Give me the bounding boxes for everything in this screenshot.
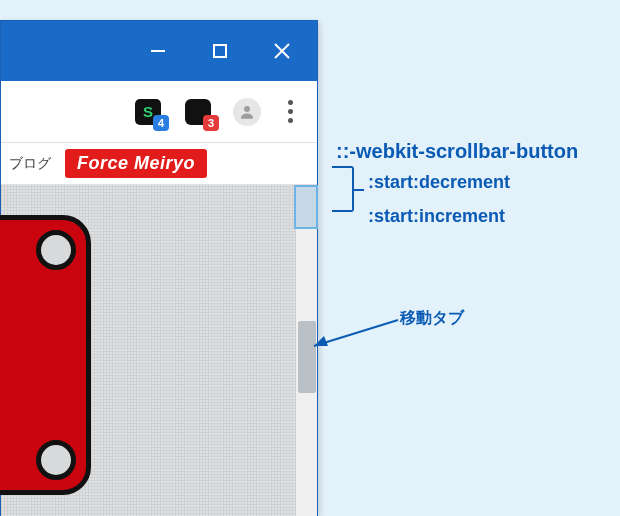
bookmark-bar: ブログ Force Meiryo [1,143,317,185]
kebab-menu-icon[interactable] [281,100,299,123]
bookmark-blog[interactable]: ブログ [9,155,51,173]
titlebar [1,21,317,81]
scrollbar-thumb[interactable] [298,321,316,393]
profile-avatar-icon[interactable] [233,98,261,126]
annotation-start-decrement: :start:decrement [368,172,510,193]
badge-red: 3 [203,115,219,131]
svg-point-4 [244,106,250,112]
close-button[interactable] [251,21,313,81]
svg-rect-1 [214,45,226,57]
annotation-arrow [306,316,402,356]
annotation-thumb-label: 移動タブ [400,308,464,329]
annotation-start-increment: :start:increment [368,206,505,227]
extension-s-icon[interactable]: S 4 [133,97,163,127]
scrollbar-button-start-increment[interactable] [296,207,317,229]
extension-chat-icon[interactable]: 3 [183,97,213,127]
scrollbar-button-start-decrement[interactable] [296,185,317,207]
maximize-button[interactable] [189,21,251,81]
extension-toolbar: S 4 3 [1,81,317,143]
minimize-button[interactable] [127,21,189,81]
browser-window: S 4 3 ブログ Force Meiryo [0,20,318,516]
annotation-selector: ::-webkit-scrollbar-button [336,140,578,163]
page-content [1,185,317,516]
svg-line-5 [314,320,398,346]
content-graphic [0,215,91,495]
vertical-scrollbar[interactable] [295,185,317,516]
badge-blue: 4 [153,115,169,131]
bookmark-force-meiryo[interactable]: Force Meiryo [65,149,207,178]
annotation-bracket [332,166,354,212]
